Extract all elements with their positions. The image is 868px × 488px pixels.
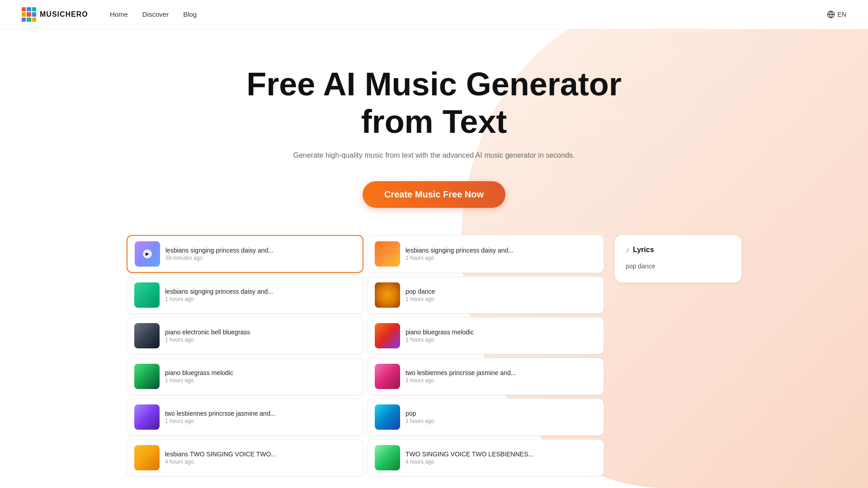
language-label: EN [838,11,846,18]
music-time: 4 hours ago [406,459,596,465]
music-thumbnail [134,445,160,470]
music-card[interactable]: TWO SINGING VOICE TWO LESBIENNES... 4 ho… [367,439,604,476]
music-thumbnail [134,364,160,389]
music-thumbnail [375,445,400,470]
music-info: piano electronic bell bluegrass 1 hours … [165,328,356,343]
nav-links: Home Discover Blog [110,10,197,19]
music-thumbnail: ▶ [135,241,160,267]
music-card[interactable]: ▶ lesbians signging princess daisy and..… [127,235,363,273]
music-time: 59 minutes ago [165,255,355,261]
music-time: 1 hours ago [406,377,596,384]
play-icon: ▶ [143,249,152,258]
logo-text: MUSICHERO [40,10,88,19]
music-info: lesbians signging princess daisy and... … [165,288,356,302]
music-thumbnail [375,404,400,430]
music-title: pop dance [406,288,596,295]
play-overlay: ▶ [135,241,160,267]
music-title: TWO SINGING VOICE TWO LESBIENNES... [406,450,596,458]
music-card[interactable]: two lesbiennes princrsse jasmine and... … [367,358,604,395]
music-list: ▶ lesbians signging princess daisy and..… [127,235,604,476]
cta-button[interactable]: Create Music Free Now [363,181,505,208]
music-info: lesbians TWO SINGING VOICE TWO... 4 hour… [165,450,356,465]
hero-section: Free AI Music Generator from Text Genera… [0,29,868,235]
music-title: lesbians signging princess daisy and... [165,247,355,254]
music-info: TWO SINGING VOICE TWO LESBIENNES... 4 ho… [406,450,596,465]
lyrics-icon: ♪ [626,246,629,254]
music-time: 1 hours ago [165,296,356,302]
music-info: lesbians signging princess daisy and... … [406,247,596,261]
music-time: 1 hours ago [165,418,356,424]
music-info: pop 1 hours ago [406,410,596,424]
content-area: ▶ lesbians signging princess daisy and..… [0,235,868,476]
active-badge [156,282,160,286]
music-title: piano bluegrass melodic [406,328,596,336]
music-time: 1 hours ago [406,296,596,302]
music-thumbnail [375,364,400,389]
nav-blog[interactable]: Blog [183,10,197,18]
music-info: lesbians signging princess daisy and... … [165,247,355,261]
music-info: two lesbiennes princrsse jasmine and... … [406,369,596,384]
music-time: 4 hours ago [165,459,356,465]
lyrics-header: ♪ Lyrics [626,246,731,254]
lyrics-content: pop dance [626,261,731,272]
music-time: 1 hours ago [406,418,596,424]
music-title: pop [406,410,596,417]
music-title: piano electronic bell bluegrass [165,328,356,336]
music-title: two lesbiennes princrsse jasmine and... [406,369,596,376]
language-button[interactable]: EN [827,10,846,19]
hero-title: Free AI Music Generator from Text [9,66,859,141]
music-thumbnail [134,323,160,348]
logo-icon [22,7,36,22]
music-title: lesbians signging princess daisy and... [406,247,596,254]
music-time: 1 hours ago [165,337,356,343]
music-info: two lesbiennes princrsse jasmine and... … [165,410,356,424]
music-info: piano bluegrass melodic 1 hours ago [406,328,596,343]
music-time: 1 hours ago [165,377,356,384]
music-thumbnail [375,282,400,308]
music-thumbnail [375,323,400,348]
music-thumbnail [134,404,160,430]
hero-subtitle: Generate high-quality music from text wi… [9,151,859,160]
music-time: 1 hours ago [406,337,596,343]
music-card[interactable]: piano bluegrass melodic 1 hours ago [367,317,604,354]
music-time: 1 hours ago [406,255,596,261]
globe-icon [827,10,835,19]
nav-home[interactable]: Home [110,10,128,18]
music-thumbnail [134,282,160,308]
navbar: MUSICHERO Home Discover Blog EN [0,0,868,29]
music-card[interactable]: lesbians TWO SINGING VOICE TWO... 4 hour… [127,439,363,476]
lyrics-panel: ♪ Lyrics pop dance [615,235,741,283]
music-title: lesbians signging princess daisy and... [165,288,356,295]
music-card[interactable]: piano bluegrass melodic 1 hours ago [127,358,363,395]
music-card[interactable]: lesbians signging princess daisy and... … [367,235,604,273]
music-thumbnail [375,241,400,267]
music-card[interactable]: two lesbiennes princrsse jasmine and... … [127,399,363,436]
music-card[interactable]: lesbians signging princess daisy and... … [127,277,363,314]
music-card[interactable]: pop 1 hours ago [367,399,604,436]
music-info: piano bluegrass melodic 1 hours ago [165,369,356,384]
music-info: pop dance 1 hours ago [406,288,596,302]
nav-discover[interactable]: Discover [142,10,169,18]
music-card[interactable]: piano electronic bell bluegrass 1 hours … [127,317,363,354]
logo[interactable]: MUSICHERO [22,7,88,22]
music-title: two lesbiennes princrsse jasmine and... [165,410,356,417]
music-card[interactable]: pop dance 1 hours ago [367,277,604,314]
music-title: piano bluegrass melodic [165,369,356,376]
music-title: lesbians TWO SINGING VOICE TWO... [165,450,356,458]
lyrics-title: Lyrics [633,246,654,254]
